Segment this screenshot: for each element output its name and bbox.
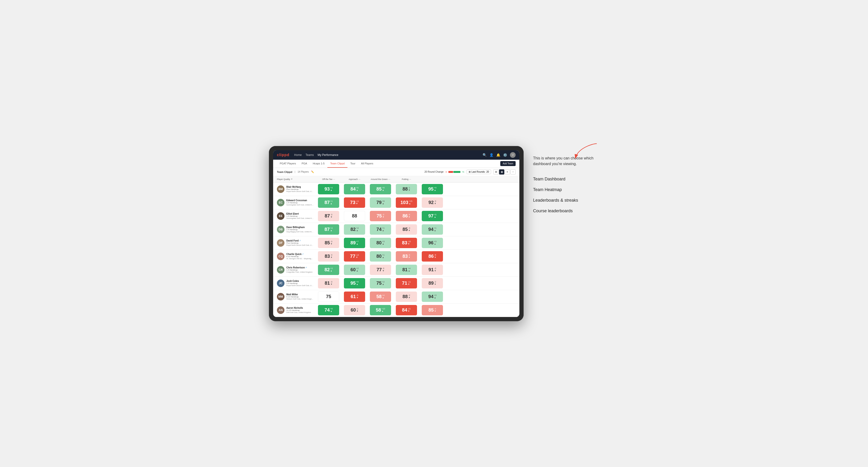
table-row[interactable]: DBDave Billingham1-5 HandicapGog Magog G… <box>273 223 519 236</box>
score-box: 74+1▲ <box>370 224 391 235</box>
score-change: +2▲ <box>356 268 359 272</box>
score-box: 73-11▼ <box>344 197 365 208</box>
sort-icon-putting[interactable]: — <box>409 178 411 180</box>
edit-icon[interactable]: ✏️ <box>311 170 314 173</box>
score-value: 91 <box>428 267 434 272</box>
tab-all-players[interactable]: All Players <box>358 160 376 168</box>
bell-icon[interactable]: 🔔 <box>496 153 500 157</box>
team-name: Team Clippd <box>277 170 292 173</box>
score-box: 94+1▲ <box>422 224 443 235</box>
score-value: 86 <box>428 253 434 259</box>
tab-hcaps[interactable]: Hcaps 1-5 <box>310 160 328 168</box>
score-cell-quality: 83-3▼ <box>316 250 342 263</box>
score-box: 85-4▼ <box>422 305 443 315</box>
score-cell-quality: 87+4▲ <box>316 223 342 236</box>
view-grid-button[interactable]: ⊞ <box>493 169 499 175</box>
player-name: Chris Robertson✓ <box>286 266 312 269</box>
score-cell-quality: 81-3▼ <box>316 277 342 290</box>
view-export-button[interactable]: ↑ <box>510 169 516 175</box>
add-team-button[interactable]: Add Team <box>500 161 516 166</box>
player-cell: DBDave Billingham1-5 HandicapGog Magog G… <box>273 224 316 235</box>
table-row[interactable]: DFDavid Ford✓Plus HandicapRoyal North De… <box>273 236 519 250</box>
score-cell-around_green: 81+4▲ <box>394 263 420 276</box>
score-cell-putting: 89-2▼ <box>420 277 445 290</box>
player-club: Drift Golf Club, United Kingdom <box>286 311 311 313</box>
score-cell-off_tee: 95+8▲ <box>342 277 368 290</box>
profile-icon[interactable]: 👤 <box>489 153 493 157</box>
annotation-arrow <box>573 141 601 160</box>
score-change: +4▲ <box>356 227 359 232</box>
player-hcap: Plus Handicap <box>286 242 314 244</box>
score-value: 95 <box>428 186 434 192</box>
score-box: 74+8▲ <box>318 305 339 315</box>
score-box: 79+9▲ <box>370 197 391 208</box>
score-box: 95+8▲ <box>344 278 365 288</box>
score-change: -4▼ <box>434 308 436 312</box>
score-change: +15▲ <box>409 200 412 205</box>
score-cell-putting: 85-4▼ <box>420 304 445 317</box>
sort-icon-approach[interactable]: — <box>359 178 361 180</box>
last-rounds-value: 20 <box>486 170 489 173</box>
score-box: 89-2▼ <box>422 278 443 288</box>
view-heatmap-button[interactable]: ▦ <box>499 169 504 175</box>
last-rounds-button[interactable]: ⊞ Last Rounds: 20 <box>467 169 491 174</box>
table-row[interactable]: ECEdward Crossman1-5 HandicapSunningdale… <box>273 196 519 210</box>
score-cell-quality: 82+3▲ <box>316 263 342 276</box>
sort-icon-green[interactable]: — <box>388 178 390 180</box>
table-row[interactable]: BMBlair McHargPlus HandicapRoyal North D… <box>273 183 519 196</box>
score-cell-off_tee: 84+6▲ <box>342 183 368 196</box>
score-box: 82+4▲ <box>344 224 365 235</box>
view-list-button[interactable]: ≡ <box>505 169 510 175</box>
tablet-frame: clippd Home Teams My Performance 🔍 👤 🔔 ⚙… <box>269 146 524 321</box>
player-hcap: 1-5 Handicap <box>286 215 314 217</box>
tab-team-clippd[interactable]: Team Clippd <box>328 160 347 168</box>
score-cell-approach: 74+1▲ <box>368 223 394 236</box>
tab-pga[interactable]: PGA <box>299 160 310 168</box>
sort-icon-tee[interactable]: — <box>333 178 335 180</box>
player-club: Craigmillar Park, United Kingdom <box>286 271 312 273</box>
score-value: 84 <box>402 307 407 313</box>
score-cell-putting: 86-8▼ <box>420 250 445 263</box>
score-cell-approach: 58+4▲ <box>368 290 394 303</box>
table-row[interactable]: CQCharlie Quick✓6-10 HandicapSt. George'… <box>273 250 519 263</box>
table-row[interactable]: ANAaron Nicholls11-15 HandicapDrift Golf… <box>273 304 519 317</box>
score-value: 85 <box>324 240 330 246</box>
table-row[interactable]: MMMatt Miller6-10 HandicapWoburn Golf Cl… <box>273 290 519 304</box>
player-cell: JCJosh Coles1-5 HandicapRoyal North Devo… <box>273 278 316 288</box>
table-row[interactable]: JCJosh Coles1-5 HandicapRoyal North Devo… <box>273 277 519 290</box>
player-info: Aaron Nicholls11-15 HandicapDrift Golf C… <box>286 307 311 313</box>
score-value: 103 <box>401 200 408 205</box>
search-icon[interactable]: 🔍 <box>483 153 487 157</box>
page-wrapper: clippd Home Teams My Performance 🔍 👤 🔔 ⚙… <box>269 146 599 321</box>
settings-icon[interactable]: ⚙️ <box>503 153 507 157</box>
score-value: 60 <box>350 267 356 272</box>
score-box: 93+4▲ <box>318 184 339 194</box>
nav-link-teams[interactable]: Teams <box>305 153 314 157</box>
verified-icon: ✓ <box>305 267 307 269</box>
score-change: -1▼ <box>356 308 359 312</box>
score-cell-putting: 94+3▲ <box>420 290 445 303</box>
score-value: 81 <box>402 267 408 272</box>
col-around-green: Around the Green — <box>368 177 394 181</box>
score-cell-approach: 85+8▲ <box>368 183 394 196</box>
col-approach: Approach — <box>342 177 368 181</box>
score-box: 83-6▼ <box>396 251 417 261</box>
score-value: 85 <box>402 227 408 232</box>
nav-link-performance[interactable]: My Performance <box>317 153 338 157</box>
score-value: 88 <box>402 186 408 192</box>
table-row[interactable]: CRChris Robertson✓1-5 HandicapCraigmilla… <box>273 263 519 277</box>
score-cell-putting: 96+3▲ <box>420 236 445 250</box>
table-row[interactable]: EEElliot Ebert1-5 HandicapSunningdale Go… <box>273 210 519 223</box>
player-cell: BMBlair McHargPlus HandicapRoyal North D… <box>273 184 316 194</box>
tab-pgat[interactable]: PGAT Players <box>277 160 299 168</box>
score-change: +3▲ <box>434 294 436 299</box>
nav-icons: 🔍 👤 🔔 ⚙️ U <box>483 152 516 158</box>
player-info: Matt Miller6-10 HandicapWoburn Golf Club… <box>286 293 314 300</box>
user-avatar[interactable]: U <box>510 152 516 158</box>
tab-tour[interactable]: Tour <box>347 160 358 168</box>
score-box: 87+4▲ <box>318 224 339 235</box>
nav-link-home[interactable]: Home <box>294 153 302 157</box>
score-box: 84-21▼ <box>396 305 417 315</box>
sort-icon[interactable]: ▼ <box>291 178 293 180</box>
score-cell-around_green: 88-2▼ <box>394 290 420 303</box>
